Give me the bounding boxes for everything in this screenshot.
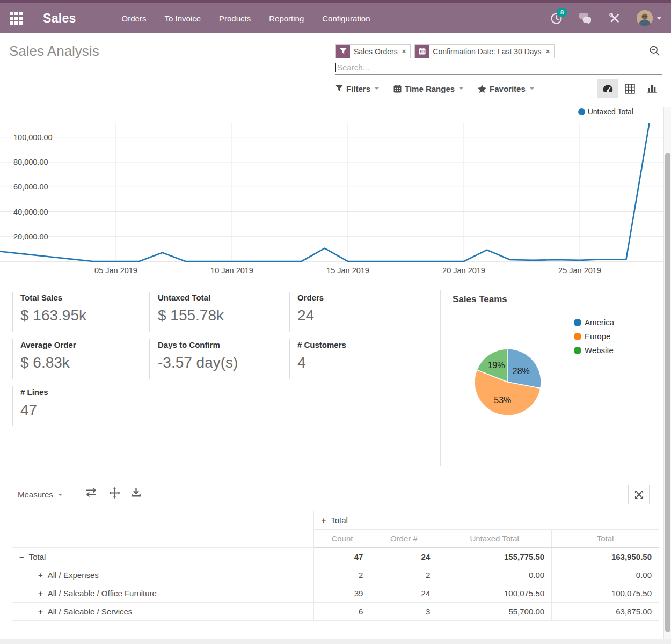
time-ranges-button[interactable]: Time Ranges <box>393 84 463 93</box>
nav-item-products[interactable]: Products <box>210 9 260 28</box>
plus-expander-icon[interactable]: + <box>321 516 326 525</box>
pivot-cell: 0.00 <box>437 566 552 584</box>
pivot-measure-header-untaxed-total[interactable]: Untaxed Total <box>437 530 552 548</box>
filter-icon <box>336 45 350 58</box>
filter-icon <box>336 85 343 92</box>
kpi-card-total-sales[interactable]: Total Sales$ 163.95k <box>12 292 136 332</box>
pivot-row-header[interactable]: +All / Saleable / Office Furniture <box>12 584 314 603</box>
messages-chat-icon[interactable] <box>579 12 593 24</box>
pivot-cell: 163,950.50 <box>552 548 659 566</box>
flip-axis-icon[interactable] <box>85 487 98 500</box>
y-axis-tick-label: 100,000.00 <box>13 133 53 142</box>
calendar-icon <box>415 45 429 58</box>
kpi-label: Average Order <box>20 340 136 349</box>
sales-teams-pie-chart[interactable]: 28%53%19% <box>472 346 544 418</box>
facet-remove-icon[interactable]: × <box>402 45 411 58</box>
pivot-cell: 6 <box>314 603 370 621</box>
pivot-cell: 55,700.00 <box>437 603 552 621</box>
pivot-row-header[interactable]: +All / Saleable / Services <box>12 603 314 621</box>
app-name[interactable]: Sales <box>43 11 76 26</box>
plus-expander-icon[interactable]: + <box>38 607 43 616</box>
nav-item-orders[interactable]: Orders <box>113 9 156 28</box>
kpi-card-untaxed-total[interactable]: Untaxed Total$ 155.78k <box>149 292 274 332</box>
kpi-card-orders[interactable]: Orders24 <box>289 292 413 332</box>
pivot-cell: 24 <box>370 584 437 603</box>
search-magnifier-icon[interactable] <box>649 45 660 58</box>
y-axis-tick-label: 20,000.00 <box>13 232 48 241</box>
pivot-column-group-total[interactable]: +Total <box>314 511 659 530</box>
legend-label: Europe <box>585 332 610 341</box>
search-input[interactable]: Search... <box>336 60 662 75</box>
pivot-cell: 39 <box>314 584 370 603</box>
apps-menu-icon[interactable] <box>10 12 23 25</box>
search-zone: Sales Orders×Confirmation Date: Last 30 … <box>336 44 662 75</box>
pivot-cell: 47 <box>314 548 370 566</box>
measures-button[interactable]: Measures <box>10 485 70 504</box>
kpi-value: $ 6.83k <box>20 354 136 371</box>
chevron-down-icon <box>530 87 534 90</box>
button-label: Filters <box>346 84 370 93</box>
view-switch-graph-icon[interactable] <box>641 79 662 98</box>
activity-count-badge: 8 <box>557 8 567 17</box>
legend-dot <box>574 333 581 340</box>
facet-remove-icon[interactable]: × <box>545 45 555 58</box>
kpi-value: -3.57 day(s) <box>158 354 274 371</box>
pivot-measure-header-order-[interactable]: Order # <box>370 530 437 548</box>
debug-tools-icon[interactable] <box>609 12 621 24</box>
untaxed-total-line-chart[interactable]: 20,000.0040,000.0060,000.0080,000.00100,… <box>0 120 663 281</box>
pivot-measure-header-count[interactable]: Count <box>314 530 370 548</box>
pie-legend-item-website[interactable]: Website <box>574 346 614 355</box>
pivot-cell: 63,875.00 <box>552 603 659 621</box>
pivot-cell: 100,075.50 <box>437 584 552 603</box>
pivot-cell: 2 <box>314 566 370 584</box>
kpi-card--lines[interactable]: # Lines47 <box>12 386 136 426</box>
line-series-untaxed-total[interactable] <box>0 123 650 261</box>
nav-item-reporting[interactable]: Reporting <box>260 9 313 28</box>
pie-legend-item-europe[interactable]: Europe <box>574 332 614 341</box>
kpi-card-average-order[interactable]: Average Order$ 6.83k <box>12 339 136 379</box>
expand-pivot-icon[interactable] <box>628 485 650 504</box>
pivot-row: −Total4724155,775.50163,950.50 <box>12 548 659 566</box>
kpi-card--customers[interactable]: # Customers4 <box>289 339 413 379</box>
window-bottom-edge <box>0 639 671 644</box>
control-panel-buttons: FiltersTime RangesFavorites <box>336 79 662 98</box>
star-icon <box>478 85 486 93</box>
pivot-row: +All / Expenses220.000.00 <box>12 566 659 584</box>
view-switch-dashboard-icon[interactable] <box>597 79 618 98</box>
search-facet: Sales Orders× <box>336 44 411 58</box>
scrollbar-track[interactable] <box>663 107 671 639</box>
minus-expander-icon[interactable]: − <box>19 552 24 561</box>
activities-clock-icon[interactable]: 8 <box>550 12 563 25</box>
y-axis-tick-label: 60,000.00 <box>13 182 48 191</box>
nav-item-configuration[interactable]: Configuration <box>313 9 379 28</box>
kpi-card-days-to-confirm[interactable]: Days to Confirm-3.57 day(s) <box>149 339 274 379</box>
button-label: Time Ranges <box>405 84 455 93</box>
pivot-row-header[interactable]: −Total <box>12 548 314 566</box>
expand-all-icon[interactable] <box>109 487 120 501</box>
sales-teams-panel: Sales Teams 28%53%19% AmericaEuropeWebsi… <box>440 290 663 466</box>
legend-label: Website <box>585 346 614 355</box>
view-switch-pivot-icon[interactable] <box>619 79 640 98</box>
filters-button[interactable]: Filters <box>336 84 379 93</box>
nav-item-to-invoice[interactable]: To Invoice <box>155 9 210 28</box>
pivot-cell: 0.00 <box>552 566 659 584</box>
kpi-value: 4 <box>297 354 413 371</box>
user-menu[interactable] <box>637 10 661 26</box>
legend-label: Untaxed Total <box>588 107 633 116</box>
avatar[interactable] <box>637 10 653 26</box>
top-navbar: Sales OrdersTo InvoiceProductsReportingC… <box>0 0 671 33</box>
pivot-row-header[interactable]: +All / Expenses <box>12 566 314 584</box>
legend-dot <box>578 108 585 115</box>
scrollbar-thumb[interactable] <box>665 153 670 632</box>
plus-expander-icon[interactable]: + <box>38 570 43 580</box>
pie-legend-item-america[interactable]: America <box>574 318 614 327</box>
pivot-measure-header-total[interactable]: Total <box>552 530 659 548</box>
line-chart-legend[interactable]: Untaxed Total <box>578 107 633 116</box>
favorites-button[interactable]: Favorites <box>478 84 534 93</box>
kpi-label: Orders <box>297 293 413 302</box>
control-panel: Sales Analysis Sales Orders×Confirmation… <box>0 33 671 105</box>
pie-legend: AmericaEuropeWebsite <box>574 318 614 355</box>
x-axis-tick-label: 20 Jan 2019 <box>442 266 485 275</box>
download-xlsx-icon[interactable] <box>131 487 141 500</box>
plus-expander-icon[interactable]: + <box>38 589 43 598</box>
